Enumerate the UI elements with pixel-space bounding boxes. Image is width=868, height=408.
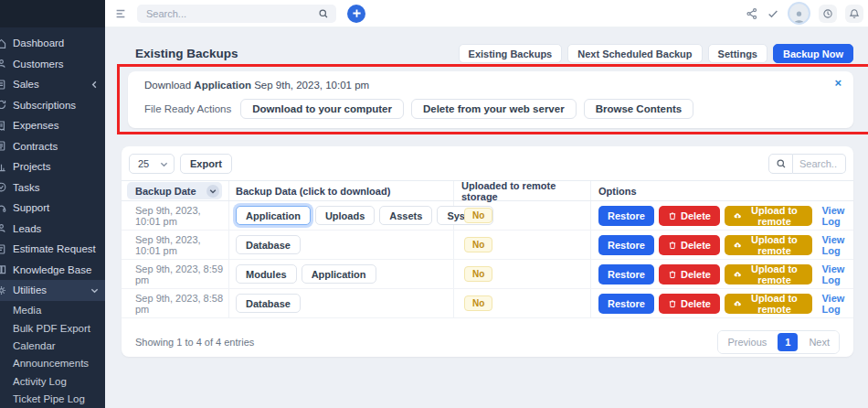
tab-next-scheduled-backup[interactable]: Next Scheduled Backup (567, 44, 702, 63)
search-icon[interactable] (768, 154, 793, 174)
sort-chevron-icon[interactable] (206, 185, 219, 198)
pagination-next[interactable]: Next (799, 331, 839, 353)
pagination: Previous 1 Next (717, 330, 840, 354)
sidebar-subitem-media[interactable]: Media (0, 302, 105, 319)
cloud-upload-icon (734, 298, 741, 308)
view-log-link[interactable]: View Log (821, 293, 853, 315)
utilities-gear-icon (0, 285, 8, 296)
sidebar-subitem-bulk-pdf-export[interactable]: Bulk PDF Export (0, 319, 105, 337)
browse-contents-button[interactable]: Browse Contents (584, 99, 694, 119)
app-window: Dashboard Customers Sales Subscriptions … (0, 0, 868, 408)
download-modules-button[interactable]: Modules (236, 264, 297, 284)
global-search-input[interactable] (144, 7, 318, 20)
table-row: Sep 9th, 2023, 10:01 pm Database No Rest… (122, 231, 853, 260)
share-icon[interactable] (746, 7, 758, 20)
page-length-select[interactable]: 25 (129, 154, 175, 174)
sidebar-item-expenses[interactable]: Expenses (0, 115, 105, 136)
remote-status-badge: No (464, 208, 492, 223)
sidebar-item-estimate-request[interactable]: Estimate Request (0, 239, 105, 260)
search-icon (318, 8, 329, 19)
restore-button[interactable]: Restore (598, 294, 654, 314)
bell-icon[interactable] (845, 5, 863, 23)
page-actions: Existing Backups Next Scheduled Backup S… (459, 44, 853, 63)
sidebar-item-label: Estimate Request (13, 243, 96, 254)
chevron-down-icon (90, 286, 99, 295)
sidebar-item-label: Sales (13, 79, 39, 90)
view-log-link[interactable]: View Log (821, 234, 853, 256)
download-application-button[interactable]: Application (302, 264, 376, 284)
close-icon[interactable]: × (834, 77, 842, 89)
download-application-button[interactable]: Application (236, 206, 311, 225)
sidebar-item-contracts[interactable]: Contracts (0, 136, 105, 157)
sidebar-item-support[interactable]: Support (0, 198, 105, 219)
sidebar-subitem-ticket-pipe-log[interactable]: Ticket Pipe Log (0, 390, 105, 407)
header-label: Backup Date (135, 186, 196, 197)
view-log-link[interactable]: View Log (821, 205, 853, 227)
tab-settings[interactable]: Settings (708, 44, 767, 63)
check-icon[interactable] (767, 7, 779, 20)
sidebar-item-knowledge-base[interactable]: Knowledge Base (0, 260, 105, 281)
delete-button[interactable]: Delete (659, 235, 720, 255)
export-button[interactable]: Export (180, 154, 232, 174)
pagination-previous[interactable]: Previous (718, 331, 776, 353)
header-backup-data[interactable]: Backup Data (click to download) (229, 181, 454, 200)
delete-button[interactable]: Delete (659, 264, 720, 285)
table-search (768, 154, 846, 174)
backup-ready-alert: Download Application Sep 9th, 2023, 10:0… (128, 71, 853, 128)
upload-to-remote-button[interactable]: Upload to remote (725, 294, 812, 314)
restore-button[interactable]: Restore (598, 206, 654, 226)
sidebar-item-subscriptions[interactable]: Subscriptions (0, 95, 105, 116)
sidebar-subitem-activity-log[interactable]: Activity Log (0, 372, 105, 390)
sidebar: Dashboard Customers Sales Subscriptions … (0, 0, 105, 408)
topbar (105, 0, 868, 27)
delete-button[interactable]: Delete (659, 294, 720, 314)
download-to-computer-button[interactable]: Download to your computer (240, 99, 404, 119)
download-assets-button[interactable]: Assets (379, 206, 432, 225)
upload-to-remote-button[interactable]: Upload to remote (725, 264, 812, 285)
clock-icon[interactable] (819, 5, 837, 23)
alert-message: Download Application Sep 9th, 2023, 10:0… (144, 80, 369, 91)
tasks-icon (0, 181, 8, 193)
sidebar-item-leads[interactable]: Leads (0, 219, 105, 240)
sidebar-item-customers[interactable]: Customers (0, 54, 105, 75)
quick-add-button[interactable] (347, 5, 365, 23)
projects-icon (0, 161, 8, 173)
sidebar-item-label: Knowledge Base (13, 264, 91, 275)
upload-to-remote-button[interactable]: Upload to remote (725, 235, 812, 255)
header-uploaded-remote[interactable]: Uploaded to remote storage (454, 181, 591, 200)
sidebar-item-sales[interactable]: Sales (0, 74, 105, 95)
header-backup-date[interactable]: Backup Date (122, 181, 229, 200)
restore-button[interactable]: Restore (598, 264, 654, 285)
delete-button[interactable]: Delete (659, 206, 720, 226)
download-database-button[interactable]: Database (236, 294, 301, 313)
sidebar-subitem-announcements[interactable]: Announcements (0, 355, 105, 372)
trash-icon (668, 270, 677, 279)
header-options[interactable]: Options (591, 181, 853, 200)
backup-now-button[interactable]: Backup Now (773, 44, 853, 63)
global-search (137, 5, 336, 23)
pagination-page-1[interactable]: 1 (778, 333, 798, 351)
table-search-input[interactable] (793, 154, 846, 174)
remote-status-badge: No (464, 295, 492, 311)
sidebar-toggle-icon[interactable] (114, 7, 127, 20)
avatar[interactable] (788, 2, 810, 25)
tab-existing-backups[interactable]: Existing Backups (459, 44, 563, 63)
sidebar-item-dashboard[interactable]: Dashboard (0, 33, 105, 54)
download-uploads-button[interactable]: Uploads (315, 206, 375, 225)
subscriptions-icon (0, 99, 8, 111)
download-database-button[interactable]: Database (236, 235, 301, 254)
sidebar-item-label: Customers (13, 59, 64, 70)
sidebar-item-utilities[interactable]: Utilities (0, 280, 105, 301)
restore-button[interactable]: Restore (598, 235, 654, 255)
estimate-request-icon (0, 243, 8, 255)
page-title: Existing Backups (135, 47, 238, 60)
delete-from-server-button[interactable]: Delete from your web server (411, 99, 577, 119)
upload-to-remote-button[interactable]: Upload to remote (725, 206, 812, 226)
view-log-link[interactable]: View Log (821, 263, 853, 285)
alert-actions: File Ready Actions Download to your comp… (144, 99, 693, 119)
sidebar-item-projects[interactable]: Projects (0, 156, 105, 177)
sidebar-item-tasks[interactable]: Tasks (0, 177, 105, 199)
sidebar-subitem-calendar[interactable]: Calendar (0, 337, 105, 354)
sidebar-item-label: Utilities (13, 285, 47, 295)
backup-date: Sep 9th, 2023, 10:01 pm (122, 234, 228, 256)
